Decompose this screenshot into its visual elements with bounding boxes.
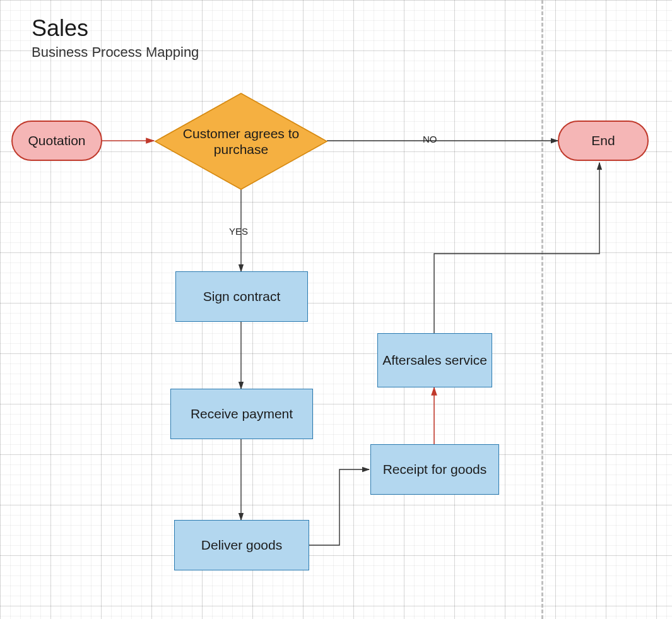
- diagram-title: Sales: [32, 15, 199, 42]
- node-deliver-goods[interactable]: Deliver goods: [174, 520, 309, 570]
- edge-label-no: NO: [423, 134, 437, 144]
- node-sign-contract-label: Sign contract: [203, 288, 281, 304]
- node-end-label: End: [591, 133, 615, 148]
- node-receive-payment[interactable]: Receive payment: [170, 389, 313, 439]
- node-receipt-for-goods[interactable]: Receipt for goods: [370, 444, 499, 495]
- node-end[interactable]: End: [558, 121, 649, 161]
- title-block: Sales Business Process Mapping: [32, 15, 199, 61]
- edge-label-yes: YES: [229, 226, 248, 237]
- node-quotation[interactable]: Quotation: [11, 121, 102, 161]
- page-divider: [541, 0, 543, 619]
- diagram-subtitle: Business Process Mapping: [32, 44, 199, 61]
- node-deliver-goods-label: Deliver goods: [201, 537, 282, 553]
- node-aftersales[interactable]: Aftersales service: [377, 333, 492, 387]
- node-quotation-label: Quotation: [28, 133, 85, 148]
- node-receipt-for-goods-label: Receipt for goods: [383, 461, 487, 477]
- node-decision-label: Customer agrees to purchase: [154, 92, 328, 191]
- canvas-grid: [0, 0, 672, 619]
- node-receive-payment-label: Receive payment: [191, 406, 293, 422]
- node-sign-contract[interactable]: Sign contract: [175, 271, 308, 322]
- node-decision[interactable]: Customer agrees to purchase: [154, 92, 328, 191]
- node-aftersales-label: Aftersales service: [382, 352, 487, 368]
